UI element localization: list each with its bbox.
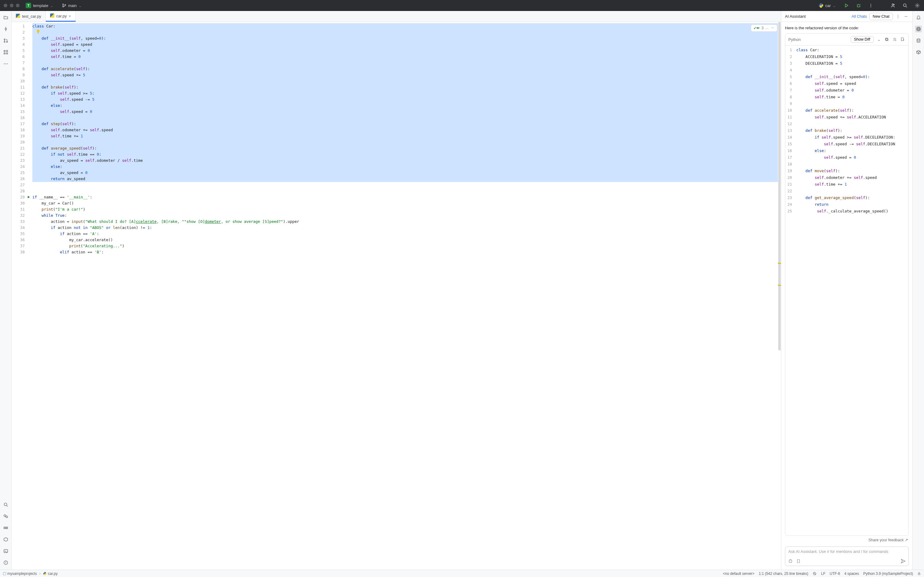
branch-selector[interactable]: main ⌄ xyxy=(60,2,84,9)
python-icon xyxy=(43,572,47,575)
svg-point-24 xyxy=(4,515,6,517)
minimize-panel-icon[interactable] xyxy=(903,14,909,19)
editor-tab[interactable]: car.py× xyxy=(46,11,76,22)
caret-position-label[interactable]: 1:1 (542 chars, 25 line breaks) xyxy=(759,572,808,576)
svg-point-22 xyxy=(7,63,8,64)
svg-point-7 xyxy=(871,5,871,6)
python-icon xyxy=(819,3,824,8)
debug-button[interactable] xyxy=(855,1,863,10)
chevron-up-icon[interactable]: ︿ xyxy=(766,26,769,31)
services-tool-icon[interactable] xyxy=(2,536,9,543)
project-selector[interactable]: T template ⌄ xyxy=(23,2,56,9)
branch-icon xyxy=(62,3,66,8)
new-chat-button[interactable]: New Chat xyxy=(869,13,893,20)
chevron-down-icon: ⌄ xyxy=(79,3,82,8)
pull-requests-tool-icon[interactable] xyxy=(2,37,9,44)
attach-context-icon[interactable] xyxy=(788,558,793,564)
ai-assistant-tool-icon[interactable] xyxy=(915,26,922,32)
svg-rect-18 xyxy=(4,53,5,54)
editor-gutter[interactable]: 1234567891011121314151617181920212223242… xyxy=(11,22,29,570)
svg-rect-26 xyxy=(4,550,8,553)
copy-code-icon[interactable] xyxy=(884,37,890,42)
find-tool-icon[interactable] xyxy=(2,501,9,508)
svg-rect-33 xyxy=(885,38,888,40)
scrollbar-thumb[interactable] xyxy=(778,22,781,350)
minimize-window-button[interactable] xyxy=(10,4,13,7)
ai-prompt-input[interactable]: Ask AI Assistant. Use # for mentions and… xyxy=(785,546,909,566)
editor-scrollbar[interactable] xyxy=(778,22,781,570)
chevron-down-icon[interactable]: ⌄ xyxy=(876,37,882,42)
project-tool-icon[interactable] xyxy=(2,14,9,21)
show-diff-button[interactable]: Show Diff xyxy=(851,36,874,43)
settings-button[interactable] xyxy=(913,1,922,10)
create-file-icon[interactable] xyxy=(900,37,905,42)
share-feedback-link[interactable]: Share your feedback ↗ xyxy=(781,536,913,544)
svg-point-13 xyxy=(4,39,5,40)
svg-rect-17 xyxy=(6,50,8,52)
problems-tool-icon[interactable] xyxy=(2,559,9,566)
titlebar: T template ⌄ main ⌄ car ⌄ xyxy=(0,0,924,11)
attach-file-icon[interactable] xyxy=(796,558,801,564)
readonly-lock-icon[interactable] xyxy=(917,572,921,575)
commit-tool-icon[interactable] xyxy=(2,26,9,32)
breadcrumb[interactable]: mysampleprojects › car.py xyxy=(3,572,58,576)
svg-point-1 xyxy=(63,6,64,7)
python-packages-tool-icon[interactable] xyxy=(2,524,9,531)
close-window-button[interactable] xyxy=(4,4,7,7)
python-console-tool-icon[interactable] xyxy=(2,513,9,520)
ai-code-content[interactable]: class Car: ACCELERATION = 5 DECELERATION… xyxy=(795,45,908,535)
checkmark-icon: ✓✏ xyxy=(753,26,759,30)
chevron-down-icon: ⌄ xyxy=(833,3,836,8)
more-actions-button[interactable] xyxy=(867,1,875,10)
intention-bulb-icon[interactable] xyxy=(36,29,40,34)
svg-rect-41 xyxy=(918,573,920,575)
encoding-label[interactable]: UTF-8 xyxy=(830,572,840,576)
chevron-down-icon: ⌄ xyxy=(50,3,53,8)
svg-point-12 xyxy=(5,28,6,30)
code-with-me-button[interactable] xyxy=(888,1,897,10)
more-tool-windows-icon[interactable] xyxy=(2,60,9,67)
svg-point-15 xyxy=(6,41,8,42)
line-separator-label[interactable]: LF xyxy=(821,572,825,576)
tab-label: car.py xyxy=(56,14,67,18)
run-config-selector[interactable]: car ⌄ xyxy=(816,2,838,9)
terminal-tool-icon[interactable] xyxy=(2,548,9,554)
fullscreen-window-button[interactable] xyxy=(16,4,19,7)
svg-point-23 xyxy=(4,503,7,506)
editor-tab[interactable]: test_car.py xyxy=(11,11,46,22)
ai-panel-title: AI Assistant xyxy=(785,14,806,19)
all-chats-link[interactable]: All Chats xyxy=(851,15,867,19)
project-name-label: template xyxy=(33,3,48,8)
power-save-icon[interactable] xyxy=(813,572,817,576)
search-everywhere-button[interactable] xyxy=(901,1,909,10)
svg-point-8 xyxy=(871,6,871,7)
svg-rect-34 xyxy=(901,38,903,41)
ai-prompt-placeholder: Ask AI Assistant. Use # for mentions and… xyxy=(788,549,888,554)
deployment-server-label[interactable]: <no default server> xyxy=(723,572,754,576)
notifications-tool-icon[interactable] xyxy=(915,14,922,21)
interpreter-label[interactable]: Python 3.9 (mySampleProject) xyxy=(863,572,913,576)
indent-label[interactable]: 4 spaces xyxy=(844,572,859,576)
svg-point-20 xyxy=(4,63,5,64)
svg-rect-28 xyxy=(37,33,39,33)
window-controls xyxy=(4,4,19,7)
svg-point-9 xyxy=(892,4,894,5)
send-prompt-icon[interactable] xyxy=(900,558,906,564)
run-button[interactable] xyxy=(842,1,851,10)
structure-tool-icon[interactable] xyxy=(2,49,9,56)
database-tool-icon[interactable] xyxy=(915,37,922,44)
close-tab-icon[interactable]: × xyxy=(69,14,71,18)
inspections-widget[interactable]: ✓✏ 3 ︿ ﹀ xyxy=(751,24,777,32)
branch-name-label: main xyxy=(68,3,77,8)
ai-code-block: Python Show Diff ⌄ 123456789101112131415… xyxy=(785,33,909,536)
svg-point-38 xyxy=(917,27,920,31)
more-menu-icon[interactable] xyxy=(895,14,901,19)
insert-code-icon[interactable] xyxy=(892,37,897,42)
inspections-count: 3 xyxy=(761,26,764,30)
svg-point-0 xyxy=(63,4,64,5)
editor[interactable]: 1234567891011121314151617181920212223242… xyxy=(11,22,781,570)
editor-code[interactable]: class Car: def __init__(self, speed=0): … xyxy=(29,22,781,570)
endpoints-tool-icon[interactable] xyxy=(915,49,922,56)
status-bar: mysampleprojects › car.py <no default se… xyxy=(0,570,924,577)
chevron-down-icon[interactable]: ﹀ xyxy=(771,26,775,31)
